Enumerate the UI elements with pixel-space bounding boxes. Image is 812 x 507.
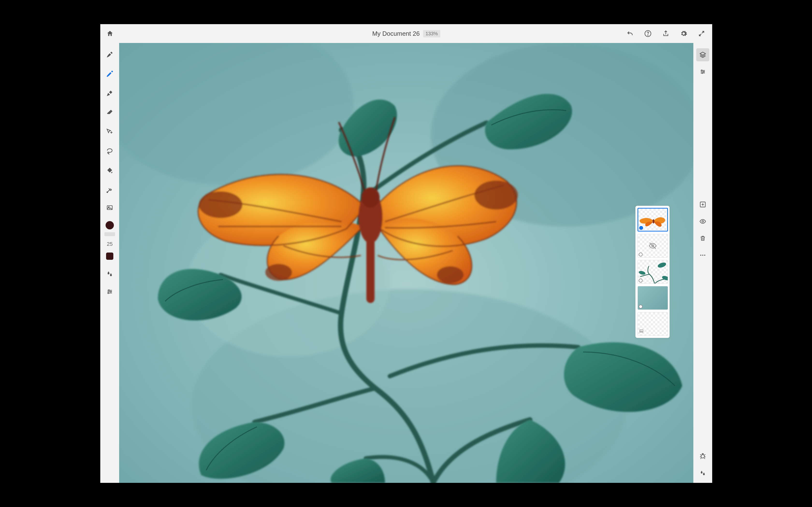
canvas-area[interactable] xyxy=(119,43,693,483)
help-icon xyxy=(644,30,652,37)
artwork-canvas xyxy=(119,43,693,483)
settings-button[interactable] xyxy=(679,29,689,38)
layer-thumb-background[interactable] xyxy=(638,286,668,310)
more-horizontal-icon xyxy=(699,252,706,259)
svg-point-25 xyxy=(639,270,646,276)
svg-point-10 xyxy=(108,293,109,294)
pixel-brush-icon xyxy=(106,51,114,58)
layer-thumb-plant[interactable] xyxy=(638,260,668,284)
add-layer-button[interactable] xyxy=(696,198,709,211)
layer-select-dot xyxy=(639,305,643,308)
home-button[interactable] xyxy=(103,27,117,40)
svg-point-19 xyxy=(437,266,463,283)
eye-icon xyxy=(699,218,706,225)
svg-point-36 xyxy=(701,455,704,458)
svg-point-4 xyxy=(108,152,109,153)
lasso-icon xyxy=(106,148,113,155)
layer-thumb-hidden[interactable] xyxy=(638,234,668,258)
bug-icon xyxy=(699,453,706,459)
layers-panel xyxy=(636,206,670,338)
watercolor-brush-icon xyxy=(106,70,114,78)
selection-tool[interactable] xyxy=(102,144,117,158)
primary-color-swatch[interactable] xyxy=(106,221,114,229)
brush-size-handle[interactable] xyxy=(104,232,115,236)
eraser-icon xyxy=(106,109,113,116)
svg-point-30 xyxy=(702,72,703,73)
water-drops-icon xyxy=(699,469,706,476)
brush-size-value: 25 xyxy=(103,241,116,247)
water-tool[interactable] xyxy=(102,267,117,281)
fullscreen-button[interactable] xyxy=(697,29,706,38)
secondary-color-swatch[interactable] xyxy=(106,252,113,260)
svg-point-16 xyxy=(199,191,242,218)
share-button[interactable] xyxy=(661,29,671,38)
document-title[interactable]: My Document 26 xyxy=(372,30,420,38)
watercolor-brush-tool[interactable] xyxy=(102,67,117,81)
plus-square-icon xyxy=(699,201,706,208)
debug-button[interactable] xyxy=(696,450,709,463)
vector-brush-icon xyxy=(106,89,114,97)
svg-point-18 xyxy=(265,264,292,281)
sliders-icon xyxy=(700,68,706,75)
delete-layer-button[interactable] xyxy=(696,232,709,245)
pixel-brush-tool[interactable] xyxy=(102,47,117,62)
image-badge-icon xyxy=(639,329,644,334)
expand-icon xyxy=(698,30,705,37)
image-icon xyxy=(106,204,113,211)
svg-point-5 xyxy=(107,192,108,193)
trash-icon xyxy=(700,235,706,241)
svg-point-26 xyxy=(661,275,668,281)
svg-point-33 xyxy=(700,255,702,256)
gear-icon xyxy=(680,30,687,37)
layers-panel-button[interactable] xyxy=(696,48,709,61)
layer-select-dot xyxy=(639,279,643,282)
svg-point-35 xyxy=(704,255,705,256)
layer-thumb-butterfly[interactable] xyxy=(638,208,668,231)
svg-point-32 xyxy=(702,221,704,222)
svg-point-28 xyxy=(701,70,702,71)
undo-button[interactable] xyxy=(625,29,635,38)
water-drops-icon xyxy=(106,270,113,277)
layer-select-dot xyxy=(639,226,643,230)
eraser-tool[interactable] xyxy=(102,105,117,120)
svg-point-22 xyxy=(653,219,654,224)
dry-layer-button[interactable] xyxy=(696,466,709,480)
vector-brush-tool[interactable] xyxy=(102,86,117,101)
help-button[interactable] xyxy=(643,29,653,38)
bucket-icon xyxy=(106,167,113,174)
place-image-button[interactable] xyxy=(102,201,117,215)
svg-point-8 xyxy=(108,290,109,291)
app-window: My Document 26 133% xyxy=(100,24,712,483)
layer-properties-button[interactable] xyxy=(696,65,709,78)
home-icon xyxy=(106,30,114,37)
svg-point-24 xyxy=(657,262,667,269)
eyedropper-tool[interactable] xyxy=(102,182,117,197)
zoom-badge[interactable]: 133% xyxy=(423,30,440,38)
tool-rail: 25 xyxy=(100,43,119,483)
app-body: 25 xyxy=(100,43,712,483)
svg-point-1 xyxy=(648,35,648,35)
brush-settings-button[interactable] xyxy=(102,284,117,299)
share-icon xyxy=(662,30,669,37)
svg-point-17 xyxy=(474,181,518,210)
svg-point-29 xyxy=(703,71,704,72)
transform-icon xyxy=(106,128,113,135)
svg-point-21 xyxy=(361,187,379,208)
transform-tool[interactable] xyxy=(102,125,117,139)
layers-icon xyxy=(699,51,706,58)
svg-point-9 xyxy=(110,291,111,292)
undo-icon xyxy=(626,30,634,38)
brush-size-control[interactable]: 25 xyxy=(103,232,116,247)
more-options-button[interactable] xyxy=(696,249,709,262)
sliders-icon xyxy=(106,288,113,295)
fill-tool[interactable] xyxy=(102,163,117,178)
layer-thumb-paper[interactable] xyxy=(638,312,668,336)
right-rail xyxy=(693,43,712,483)
svg-point-2 xyxy=(111,71,113,72)
header-bar: My Document 26 133% xyxy=(100,24,712,43)
layer-visibility-button[interactable] xyxy=(696,215,709,228)
eyedropper-icon xyxy=(106,186,113,193)
svg-point-34 xyxy=(702,255,704,256)
layer-select-dot xyxy=(639,252,643,257)
